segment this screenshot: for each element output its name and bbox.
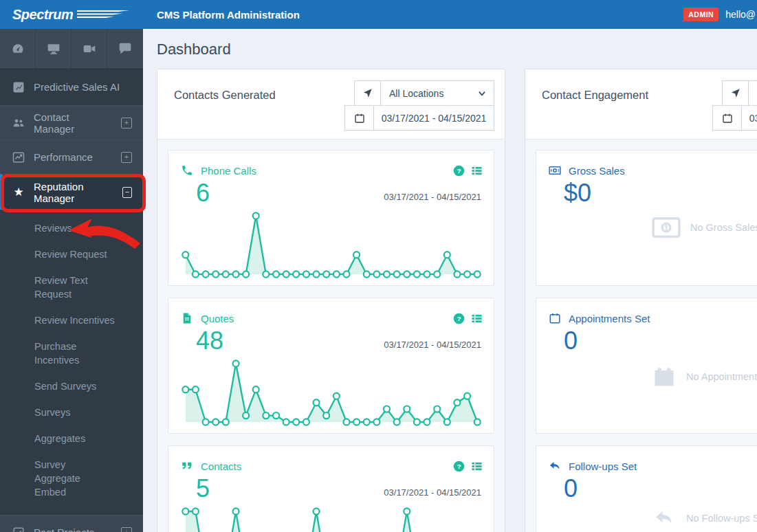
date-range-picker[interactable]: 03/17/2021 - 04/15/2021 xyxy=(344,105,494,131)
phone-calls-value: 6 xyxy=(196,181,210,206)
no-data-text: No Gross Sales xyxy=(690,222,757,233)
line-chart-icon xyxy=(12,151,25,164)
desktop-icon[interactable] xyxy=(36,29,72,68)
page-title: Dashboard xyxy=(157,41,231,58)
card-title: Follow-ups Set xyxy=(569,461,637,472)
panel-title: Contacts Generated xyxy=(174,89,276,102)
sidebar-item-label: Past Projects xyxy=(34,527,94,532)
sidebar-item-past-projects[interactable]: Past Projects + xyxy=(0,515,143,532)
admin-badge: ADMIN xyxy=(683,8,718,21)
help-circle-icon[interactable]: ? xyxy=(453,461,465,472)
sidebar-item-label: Reputation Manager xyxy=(34,181,113,204)
sidebar-item-reputation-manager[interactable]: ★ Reputation Manager − xyxy=(0,174,143,210)
appointments-value: 0 xyxy=(564,329,578,353)
svg-text:?: ? xyxy=(457,315,461,322)
phone-calls-card: Phone Calls ? 6 03/17/2021 - 04/15/2021 xyxy=(168,150,494,286)
card-title: Appointments Set xyxy=(569,313,650,324)
quotes-value: 48 xyxy=(196,329,223,353)
submenu-item-reviews[interactable]: Reviews xyxy=(0,215,131,241)
user-email[interactable]: hello@ xyxy=(725,9,756,20)
sidebar-icon-strip xyxy=(0,29,143,69)
quotes-card: Quotes ? 48 03/17/2021 - 04/15/2021 xyxy=(168,298,494,434)
no-data-text: No Appointments Set xyxy=(686,371,757,382)
money-bill-icon xyxy=(549,164,561,177)
list-view-icon[interactable] xyxy=(471,165,483,177)
list-view-icon[interactable] xyxy=(471,461,483,472)
submenu-item-send-surveys[interactable]: Send Surveys xyxy=(0,373,131,399)
panel-body: Phone Calls ? 6 03/17/2021 - 04/15/2021 … xyxy=(157,140,505,532)
appointments-set-card: Appointments Set 0 No Appointments Set xyxy=(536,298,757,434)
card-date-range: 03/17/2021 - 04/15/2021 xyxy=(384,340,481,350)
gross-sales-value: $0 xyxy=(564,181,591,206)
list-view-icon[interactable] xyxy=(471,313,483,324)
calendar-icon xyxy=(713,106,742,130)
sidebar-item-performance[interactable]: Performance + xyxy=(0,140,143,174)
check-square-icon xyxy=(12,527,25,532)
followups-set-card: Follow-ups Set 0 No Follow-ups Set xyxy=(536,445,757,532)
sidebar-item-predictive-sales-ai[interactable]: Predictive Sales AI xyxy=(0,69,143,105)
location-arrow-icon xyxy=(723,81,749,105)
location-value: All Locations xyxy=(749,88,757,99)
card-title: Contacts xyxy=(201,461,241,472)
document-icon xyxy=(181,312,193,324)
dashboard-gauge-icon[interactable] xyxy=(0,29,36,68)
reply-arrow-icon xyxy=(549,460,561,472)
location-select[interactable]: All Locations xyxy=(722,80,757,106)
contacts-card: Contacts ? 5 03/17/2021 - 04/15/2021 xyxy=(168,445,494,532)
calendar-gray-icon xyxy=(652,364,677,389)
calendar-icon xyxy=(549,312,561,324)
svg-text:1: 1 xyxy=(663,223,668,233)
location-value: All Locations xyxy=(381,88,477,99)
no-followups-set: No Follow-ups Set xyxy=(652,508,757,529)
calendar-icon xyxy=(345,106,374,130)
gross-sales-card: Gross Sales $0 1 No Gross Sales xyxy=(536,150,757,286)
users-icon xyxy=(12,117,25,129)
sidebar-item-contact-manager[interactable]: Contact Manager + xyxy=(0,105,143,140)
expand-plus-icon[interactable]: + xyxy=(121,152,132,163)
sidebar-item-label: Predictive Sales AI xyxy=(34,81,120,93)
chevron-down-icon xyxy=(477,89,487,98)
sidebar-item-label: Performance xyxy=(34,151,93,163)
phone-icon xyxy=(181,164,193,177)
card-date-range: 03/17/2021 - 04/15/2021 xyxy=(384,487,481,498)
chat-icon[interactable] xyxy=(107,29,143,68)
panel-header: Contacts Generated All Locations 03/17/2… xyxy=(157,69,505,140)
submenu-item-review-text-request[interactable]: Review Text Request xyxy=(0,267,131,307)
video-camera-icon[interactable] xyxy=(72,29,107,68)
chart-square-icon xyxy=(12,81,25,93)
no-appointments-set: No Appointments Set xyxy=(652,364,757,389)
no-data-text: No Follow-ups Set xyxy=(686,513,757,524)
location-select[interactable]: All Locations xyxy=(354,80,494,106)
expand-plus-icon[interactable]: + xyxy=(121,527,132,532)
card-date-range: 03/17/2021 - 04/15/2021 xyxy=(384,192,481,202)
help-circle-icon[interactable]: ? xyxy=(453,165,465,177)
top-bar: Spectrum CMS Platform Administration ADM… xyxy=(0,0,757,29)
sidebar: Predictive Sales AI Contact Manager + Pe… xyxy=(0,29,143,532)
reply-arrow-gray-icon xyxy=(652,508,677,529)
logo-text: Spectrum xyxy=(12,7,73,23)
no-gross-sales: 1 No Gross Sales xyxy=(652,217,757,239)
submenu-item-review-incentives[interactable]: Review Incentives xyxy=(0,307,131,333)
main-content: Dashboard Contacts Generated All Locatio… xyxy=(143,29,757,532)
expand-plus-icon[interactable]: + xyxy=(121,118,132,129)
submenu-item-survey-aggregate-embed[interactable]: Survey Aggregate Embed xyxy=(0,452,118,505)
collapse-minus-icon[interactable]: − xyxy=(122,187,132,198)
submenu-item-review-request[interactable]: Review Request xyxy=(0,241,131,267)
submenu-item-purchase-incentives[interactable]: Purchase Incentives xyxy=(0,333,131,373)
app-title: CMS Platform Administration xyxy=(157,0,300,29)
submenu-item-aggregates[interactable]: Aggregates xyxy=(0,425,131,452)
panel-body: Gross Sales $0 1 No Gross Sales Appointm… xyxy=(525,140,757,532)
svg-text:?: ? xyxy=(457,463,461,470)
star-icon: ★ xyxy=(12,186,25,199)
spectrum-logo[interactable]: Spectrum xyxy=(12,0,131,29)
svg-text:?: ? xyxy=(457,167,461,175)
phone-calls-sparkline xyxy=(179,210,484,281)
panel-header: Contact Engagement All Locations 03/17/2… xyxy=(525,69,757,140)
date-range-value: 03/17/2021 - 04/15/2021 xyxy=(374,113,494,124)
help-circle-icon[interactable]: ? xyxy=(453,313,465,324)
submenu-item-surveys[interactable]: Surveys xyxy=(0,399,131,425)
card-title: Quotes xyxy=(201,313,234,324)
contacts-value: 5 xyxy=(196,476,210,501)
contacts-generated-panel: Contacts Generated All Locations 03/17/2… xyxy=(157,69,505,532)
date-range-picker[interactable]: 03/17/2021 - 04/15/2021 xyxy=(712,105,757,131)
